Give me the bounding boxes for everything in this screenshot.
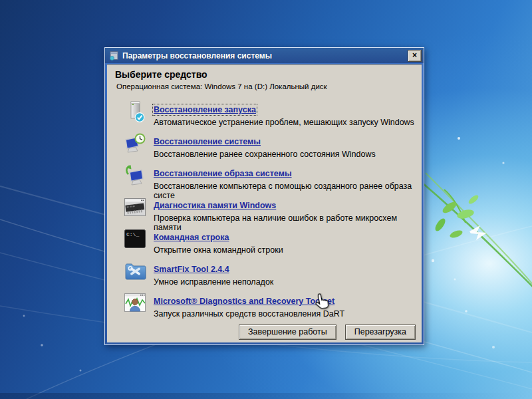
link-memory-diagnostic[interactable]: Диагностика памяти Windows — [154, 201, 276, 210]
toolbox-folder-icon — [124, 259, 146, 283]
recovery-tools-list: Восстановление запуска Автоматическое ус… — [107, 100, 422, 323]
link-startup-repair[interactable]: Восстановление запуска — [154, 105, 256, 114]
window-title: Параметры восстановления системы — [122, 51, 404, 61]
link-system-image-recovery[interactable]: Восстановление образа системы — [154, 169, 292, 178]
monitor-restore-icon — [124, 164, 146, 188]
item-description: Автоматическое устранение проблем, мешаю… — [154, 118, 414, 127]
list-item: SmartFix Tool 2.4.4 Умное исправление не… — [107, 259, 422, 291]
list-item: Восстановление системы Восстановление ра… — [107, 132, 422, 164]
list-item: Диагностика памяти Windows Проверка комп… — [107, 196, 422, 227]
monitor-clock-icon — [124, 132, 146, 156]
window-title-icon — [109, 51, 119, 61]
page-title: Выберите средство — [115, 69, 422, 80]
drive-check-icon — [124, 100, 146, 124]
list-item: C:\_ Командная строка Открытие окна кома… — [107, 227, 422, 259]
command-prompt-icon: C:\_ — [124, 227, 146, 251]
system-recovery-options-window: Параметры восстановления системы × Выбер… — [104, 47, 424, 345]
list-item: Восстановление образа системы Восстановл… — [107, 164, 422, 196]
list-item: Microsoft® Diagnostics and Recovery Tool… — [107, 291, 422, 323]
item-description: Восстановление ранее сохраненного состоя… — [154, 150, 376, 159]
close-button[interactable]: × — [408, 50, 422, 62]
item-description: Умное исправление неполадок — [154, 277, 273, 287]
close-icon: × — [412, 51, 417, 60]
link-dart-toolset[interactable]: Microsoft® Diagnostics and Recovery Tool… — [154, 297, 334, 306]
dialog-footer-buttons: Завершение работы Перезагрузка — [239, 325, 416, 340]
link-system-restore[interactable]: Восстановление системы — [154, 137, 261, 146]
cmd-prompt-text: C:\_ — [126, 231, 139, 237]
os-info-line: Операционная система: Windows 7 на (D:) … — [116, 82, 422, 90]
link-command-prompt[interactable]: Командная строка — [154, 233, 229, 242]
item-description: Запуск различных средств восстановления … — [154, 309, 344, 319]
dart-monitor-icon — [124, 291, 146, 315]
link-smartfix-tool[interactable]: SmartFix Tool 2.4.4 — [154, 265, 229, 274]
restart-button[interactable]: Перезагрузка — [345, 325, 416, 340]
dialog-body: Выберите средство Операционная система: … — [107, 64, 422, 342]
shutdown-button[interactable]: Завершение работы — [239, 325, 336, 340]
window-titlebar[interactable]: Параметры восстановления системы × — [105, 48, 424, 63]
memory-chip-icon — [124, 196, 146, 219]
item-description: Открытие окна командной строки — [154, 245, 283, 255]
list-item: Восстановление запуска Автоматическое ус… — [107, 100, 422, 132]
